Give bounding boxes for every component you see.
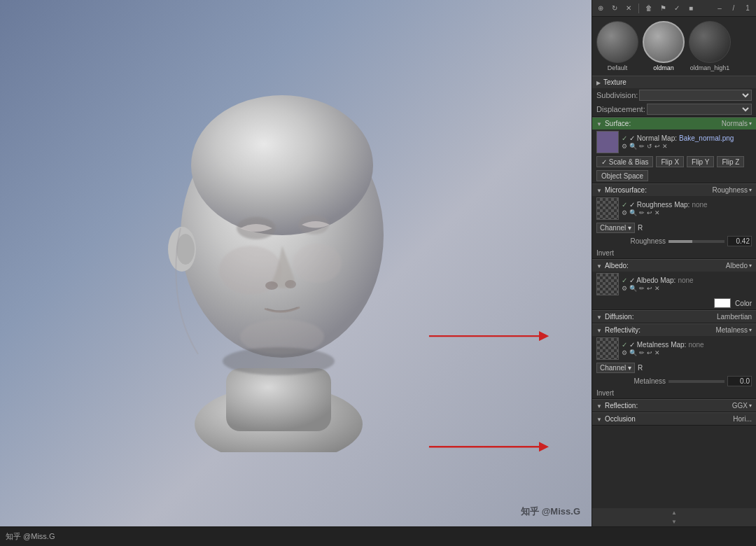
microsurface-section: ▼Microsurface: Roughness ▾ ✓ ✓ Roughness… [592, 183, 756, 259]
material-label-default: Default [608, 64, 628, 71]
texture-header[interactable]: ▶Texture [592, 76, 756, 88]
flip-y-btn[interactable]: Flip Y [687, 156, 714, 167]
material-label-oldman-high1: oldman_high1 [690, 64, 730, 71]
reflectivity-header[interactable]: ▼Reflectivity: Metalness ▾ [592, 323, 756, 336]
bottom-text: 知乎 @Miss.G [6, 531, 55, 542]
reflection-header[interactable]: ▼Reflection: GGX ▾ [592, 399, 756, 412]
metalness-remove-icon[interactable]: ✕ [654, 349, 660, 356]
albedo-header[interactable]: ▼Albedo: Albedo ▾ [592, 259, 756, 272]
channel-label[interactable]: Channel ▾ [596, 223, 635, 233]
reflection-mode[interactable]: GGX ▾ [732, 402, 752, 410]
roughness-fill [668, 240, 692, 243]
roughness-map-icons: ⚙ 🔍 ✏ ↩ ✕ [622, 209, 752, 216]
properties-panel: ▶Texture Subdivision: Displacement: ▼Sur… [592, 76, 756, 508]
remove-icon[interactable]: ✕ [662, 143, 668, 150]
subdivision-row: Subdivision: [592, 88, 756, 102]
gear-icon[interactable]: ⚙ [622, 143, 627, 150]
albedo-remove-icon[interactable]: ✕ [654, 285, 660, 292]
roughness-value[interactable]: 0.42 [727, 236, 752, 246]
flip-x-btn[interactable]: Flip X [656, 156, 684, 167]
check-icon[interactable]: ✓ [671, 3, 682, 14]
diffusion-triangle: ▼ [596, 314, 602, 321]
metalness-edit-icon[interactable]: ✏ [639, 349, 645, 356]
albedo-map-value: none [678, 276, 693, 284]
scroll-down-icon[interactable]: ▼ [671, 519, 677, 525]
flip-z-btn[interactable]: Flip Z [717, 156, 744, 167]
material-label-oldman: oldman [653, 64, 674, 71]
scroll-up-icon[interactable]: ▲ [671, 510, 677, 516]
roughness-map-info: ✓ ✓ Roughness Map: none ⚙ 🔍 ✏ ↩ ✕ [622, 201, 752, 216]
albedo-search-icon[interactable]: 🔍 [629, 285, 637, 292]
check-albedo: ✓ [622, 276, 627, 284]
roughness-edit-icon[interactable]: ✏ [639, 209, 645, 216]
diffusion-label: Diffusion: [605, 313, 634, 321]
surface-section: ▼Surface: Normals ▾ ✓ ✓ Normal Map: Bake… [592, 117, 756, 183]
roughness-search-icon[interactable]: 🔍 [629, 209, 637, 216]
scroll-arrows: ▲ ▼ [592, 508, 756, 526]
reflectivity-mode[interactable]: Metalness ▾ [715, 326, 752, 334]
normal-map-filename[interactable]: Bake_normal.png [679, 134, 734, 142]
displacement-label: Displacement: [596, 105, 645, 113]
scale-bias-btn[interactable]: ✓ Scale & Bias [596, 156, 653, 167]
normal-map-thumb [596, 131, 619, 153]
separator [638, 4, 639, 13]
material-preview-oldman[interactable]: oldman [643, 21, 685, 71]
metalness-invert-label: Invert [596, 389, 614, 397]
diffusion-header[interactable]: ▼Diffusion: Lambertian [592, 310, 756, 323]
occlusion-mode[interactable]: Hori... [733, 415, 752, 423]
roughness-gear-icon[interactable]: ⚙ [622, 209, 627, 216]
displacement-dropdown[interactable] [647, 104, 752, 115]
minus-icon[interactable]: – [714, 3, 725, 14]
search-icon[interactable]: 🔍 [629, 143, 637, 150]
albedo-undo-icon[interactable]: ↩ [647, 285, 652, 292]
edit-icon[interactable]: ✏ [639, 143, 645, 150]
viewport: 知乎 @Miss.G [0, 0, 592, 526]
material-preview-default[interactable]: Default [596, 21, 638, 71]
surface-header[interactable]: ▼Surface: Normals ▾ [592, 117, 756, 130]
roughness-undo-icon[interactable]: ↩ [647, 209, 652, 216]
roughness-remove-icon[interactable]: ✕ [654, 209, 660, 216]
refresh-icon[interactable]: ↻ [609, 3, 620, 14]
add-icon[interactable]: ⊕ [595, 3, 606, 14]
metalness-slider[interactable] [668, 380, 724, 383]
roughness-map-row: ✓ ✓ Roughness Map: none ⚙ 🔍 ✏ ↩ ✕ [592, 196, 756, 221]
metalness-map-info: ✓ ✓ Metalness Map: none ⚙ 🔍 ✏ ↩ ✕ [622, 341, 752, 356]
undo-icon[interactable]: ↺ [647, 143, 652, 150]
close-x-icon[interactable]: ✕ [623, 3, 634, 14]
surface-mode[interactable]: Normals ▾ [722, 120, 752, 127]
metalness-map-value: none [688, 341, 704, 349]
metalness-value[interactable]: 0.0 [727, 376, 752, 386]
square-icon[interactable]: ■ [685, 3, 696, 14]
occlusion-header[interactable]: ▼Occlusion Hori... [592, 412, 756, 425]
microsurface-mode[interactable]: Roughness ▾ [712, 186, 752, 194]
microsurface-header[interactable]: ▼Microsurface: Roughness ▾ [592, 183, 756, 196]
flag-icon[interactable]: ⚑ [657, 3, 668, 14]
surface-dropdown-icon: ▾ [749, 120, 752, 127]
svg-rect-1 [226, 368, 331, 431]
trash-icon[interactable]: 🗑 [643, 3, 654, 14]
metalness-gear-icon[interactable]: ⚙ [622, 349, 627, 356]
panel-num: 1 [742, 3, 753, 14]
subdivision-dropdown[interactable] [639, 90, 752, 101]
albedo-edit-icon[interactable]: ✏ [639, 285, 645, 292]
color-swatch[interactable] [714, 298, 731, 308]
metalness-channel-label[interactable]: Channel ▾ [596, 363, 635, 373]
material-preview-oldman-high1[interactable]: oldman_high1 [689, 21, 731, 71]
diffusion-mode[interactable]: Lambertian [717, 313, 752, 321]
svg-point-5 [293, 244, 342, 283]
roughness-slider-row: Roughness 0.42 [592, 234, 756, 248]
diffusion-section: ▼Diffusion: Lambertian [592, 310, 756, 323]
albedo-triangle: ▼ [596, 263, 602, 270]
object-space-btn[interactable]: Object Space [596, 170, 648, 181]
roughness-map-label: ✓ Roughness Map: [629, 201, 690, 209]
roughness-map-value: none [692, 201, 707, 209]
material-previews: Default oldman oldman_high1 [592, 17, 756, 76]
undo2-icon[interactable]: ↩ [654, 143, 660, 150]
albedo-dropdown-icon: ▾ [749, 262, 752, 269]
metalness-search-icon[interactable]: 🔍 [629, 349, 637, 356]
roughness-slider[interactable] [668, 240, 724, 243]
albedo-mode[interactable]: Albedo ▾ [726, 262, 752, 270]
metalness-undo-icon[interactable]: ↩ [647, 349, 652, 356]
albedo-gear-icon[interactable]: ⚙ [622, 285, 627, 292]
color-label: Color [735, 300, 752, 307]
